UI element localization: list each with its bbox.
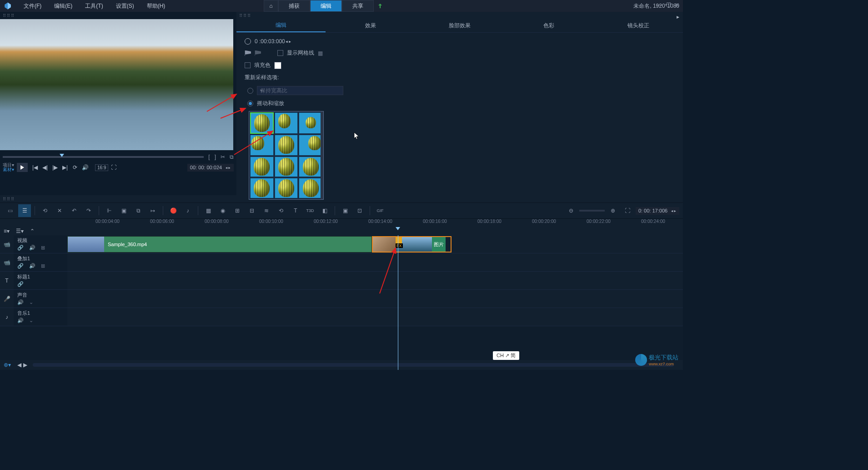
- menu-settings[interactable]: 设置(S): [110, 2, 140, 10]
- fit-button[interactable]: ⛶: [621, 204, 634, 217]
- tool-icon[interactable]: ◉: [216, 204, 229, 217]
- close-button[interactable]: ✕: [675, 2, 679, 8]
- aspect-ratio[interactable]: 16:9: [95, 164, 108, 171]
- tab-capture[interactable]: 捕获: [278, 0, 310, 12]
- menu-tools[interactable]: 工具(T): [79, 2, 109, 10]
- preset-option[interactable]: [275, 157, 298, 177]
- expand-icon[interactable]: ⌄: [29, 318, 33, 323]
- preset-option[interactable]: [299, 135, 322, 155]
- expand-icon[interactable]: ⛶: [109, 163, 118, 172]
- link-icon[interactable]: 🔗: [17, 281, 24, 287]
- preset-option[interactable]: [275, 112, 298, 134]
- snapshot-icon[interactable]: ⧉: [230, 154, 234, 160]
- menu-help[interactable]: 帮助(H): [140, 2, 172, 10]
- tool-icon[interactable]: ♪: [181, 204, 194, 217]
- prev-frame-button[interactable]: ◀|: [40, 163, 50, 172]
- track-icon[interactable]: ≡▾: [4, 228, 10, 234]
- split-icon[interactable]: ✂: [221, 154, 225, 160]
- tool-icon[interactable]: ⊞: [231, 204, 244, 217]
- redo-button[interactable]: ↷: [82, 204, 95, 217]
- fill-color-swatch[interactable]: [274, 62, 281, 69]
- status-icon[interactable]: ⊕▾: [4, 362, 11, 368]
- track-icon[interactable]: ☰▾: [16, 228, 24, 234]
- link-icon[interactable]: 🔗: [17, 263, 24, 269]
- preset-option[interactable]: [250, 178, 274, 198]
- preset-option[interactable]: [275, 135, 298, 155]
- preset-option[interactable]: [299, 157, 322, 177]
- track-collapse-icon[interactable]: ⌃: [30, 228, 35, 234]
- undo-button[interactable]: ↶: [68, 204, 80, 217]
- zoom-out-button[interactable]: ⊖: [565, 204, 577, 217]
- track-content[interactable]: Sample_360.mp4 FX 图片: [67, 235, 683, 253]
- prop-tab-lens[interactable]: 镜头校正: [594, 19, 683, 32]
- mute-icon[interactable]: 🔊: [29, 263, 35, 269]
- menu-edit[interactable]: 编辑(E): [48, 2, 79, 10]
- duration-input[interactable]: 0 :00:03:000◂▸: [255, 38, 291, 45]
- zoom-slider[interactable]: [579, 210, 605, 212]
- track-content[interactable]: [67, 308, 683, 326]
- preset-option[interactable]: [299, 178, 322, 198]
- panel-grip[interactable]: ⠿⠿⠿: [236, 12, 683, 19]
- tools-button[interactable]: ✕: [53, 204, 66, 217]
- fill-color-checkbox[interactable]: [245, 62, 251, 68]
- tab-edit[interactable]: 编辑: [310, 0, 342, 12]
- mute-icon[interactable]: 🔊: [29, 245, 35, 251]
- keep-ratio-radio[interactable]: [247, 88, 253, 94]
- props-menu-icon[interactable]: ▸: [677, 14, 679, 20]
- tool-icon[interactable]: 🔴: [167, 204, 180, 217]
- volume-button[interactable]: 🔊: [80, 163, 90, 172]
- mute-icon[interactable]: 🔊: [17, 318, 24, 323]
- preset-option[interactable]: [250, 112, 274, 134]
- prop-tab-effect[interactable]: 效果: [326, 19, 415, 32]
- flag-icon[interactable]: [255, 51, 261, 56]
- go-end-button[interactable]: ▶|: [60, 163, 70, 172]
- mark-in-icon[interactable]: [: [208, 154, 210, 160]
- tab-share[interactable]: 共享: [342, 0, 374, 12]
- horizontal-scrollbar[interactable]: [33, 363, 674, 367]
- popup-scrollbar[interactable]: [321, 111, 323, 199]
- preview-mode-label[interactable]: 项目▾ 素材▾: [3, 163, 14, 172]
- panel-grip[interactable]: ⠿⠿⠿: [0, 12, 236, 19]
- tool-icon[interactable]: ⊡: [353, 204, 366, 217]
- lock-icon[interactable]: ⊞: [41, 263, 45, 269]
- prop-tab-color[interactable]: 色彩: [504, 19, 593, 32]
- prop-tab-edit[interactable]: 编辑: [236, 19, 326, 32]
- gif-button[interactable]: GIF: [374, 204, 386, 217]
- timeline-ruler[interactable]: 00:00:04:00 00:00:06:00 00:00:08:00 00:0…: [0, 219, 683, 227]
- show-grid-checkbox[interactable]: [277, 50, 283, 56]
- zoom-in-button[interactable]: ⊕: [607, 204, 619, 217]
- image-clip[interactable]: FX 图片: [372, 236, 452, 253]
- preset-option[interactable]: [250, 157, 274, 177]
- tool-icon[interactable]: ◧: [318, 204, 331, 217]
- preset-option[interactable]: [299, 112, 322, 134]
- mute-icon[interactable]: 🔊: [17, 299, 24, 305]
- lock-icon[interactable]: ⊞: [41, 245, 45, 251]
- maximize-button[interactable]: ❐: [666, 2, 671, 8]
- expand-icon[interactable]: ⌄: [29, 299, 33, 305]
- tool-icon[interactable]: ▦: [202, 204, 215, 217]
- pan-zoom-radio[interactable]: [247, 101, 253, 106]
- tool-icon[interactable]: ≋: [260, 204, 273, 217]
- tool-icon[interactable]: ⊩: [103, 204, 115, 217]
- timeline-view-button[interactable]: ☰: [18, 204, 31, 217]
- mark-out-icon[interactable]: ]: [215, 154, 216, 160]
- nav-prev-icon[interactable]: ◀: [17, 362, 21, 368]
- tool-icon[interactable]: T: [289, 204, 302, 217]
- minimize-button[interactable]: —: [657, 2, 662, 8]
- storyboard-view-button[interactable]: ▭: [4, 204, 16, 217]
- tool-icon[interactable]: ▣: [117, 204, 130, 217]
- tool-icon[interactable]: ⟲: [275, 204, 287, 217]
- prop-tab-face[interactable]: 脸部效果: [415, 19, 504, 32]
- panel-grip[interactable]: ⠿⠿⠿: [0, 195, 683, 202]
- flag-icon[interactable]: [245, 51, 251, 56]
- upload-icon[interactable]: [377, 3, 383, 9]
- playhead[interactable]: [398, 235, 398, 370]
- keep-ratio-dropdown[interactable]: 保持宽高比▾: [257, 86, 343, 95]
- track-content[interactable]: [67, 272, 683, 289]
- preview-timecode[interactable]: 00: 00: 00:024 ◂▸: [187, 164, 234, 172]
- menu-file[interactable]: 文件(F): [17, 2, 48, 10]
- tool-icon[interactable]: ▣: [339, 204, 351, 217]
- tool-icon[interactable]: ⧉: [132, 204, 145, 217]
- preset-option[interactable]: [275, 178, 298, 198]
- timeline-timecode[interactable]: 0: 00: 17:006 ◂▸: [636, 207, 679, 215]
